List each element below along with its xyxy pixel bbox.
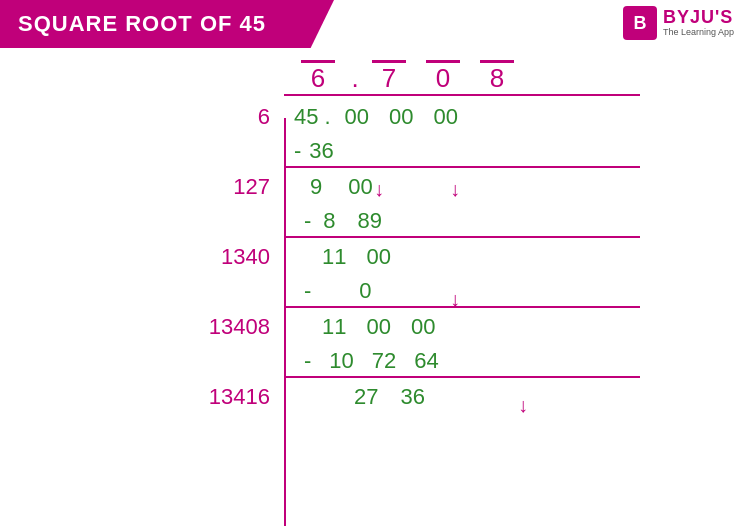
brand-tagline: The Learning App xyxy=(663,28,734,38)
sub-row-2: - 8 89 xyxy=(110,206,640,236)
sub-row-4: - 10 72 64 xyxy=(110,346,640,376)
header-bar: SQUARE ROOT OF 45 xyxy=(0,0,334,48)
right-content-3: 11 00 xyxy=(284,244,391,270)
result-dot: . xyxy=(351,63,358,93)
arrow-3: ↓ xyxy=(450,288,460,311)
result-digit-7: 7 xyxy=(382,63,396,93)
sub-row-1: - 36 xyxy=(110,136,640,166)
page-title: SQUARE ROOT OF 45 xyxy=(18,11,266,37)
logo-area: B BYJU'S The Learning App xyxy=(623,6,734,40)
result-digit-6: 6 xyxy=(311,63,325,93)
left-num-1340: 1340 xyxy=(110,244,284,270)
left-num-6: 6 xyxy=(110,104,284,130)
calc-row-3: 1340 11 00 xyxy=(110,238,640,276)
vertical-divider xyxy=(284,118,286,526)
result-digit-8: 8 xyxy=(490,63,504,93)
left-num-13416: 13416 xyxy=(110,384,284,410)
arrow-4: ↓ xyxy=(518,394,528,417)
sub-row-3: - 0 xyxy=(110,276,640,306)
calc-row-1: 6 45 . 00 00 00 xyxy=(110,98,640,136)
right-content-2: 9 00 xyxy=(284,174,373,200)
arrow-1: ↓ xyxy=(374,178,384,201)
calc-row-5: 13416 27 36 xyxy=(110,378,640,416)
left-num-13408: 13408 xyxy=(110,314,284,340)
result-row: 6 . 7 0 8 xyxy=(110,60,640,94)
result-digit-0: 0 xyxy=(436,63,450,93)
right-content-5: 27 36 xyxy=(284,384,425,410)
logo-icon: B xyxy=(623,6,657,40)
top-hline xyxy=(284,94,640,96)
right-content-4: 11 00 00 xyxy=(284,314,435,340)
left-num-127: 127 xyxy=(110,174,284,200)
logo-text: BYJU'S The Learning App xyxy=(663,8,734,38)
brand-name: BYJU'S xyxy=(663,8,734,28)
right-content-1: 45 . 00 00 00 xyxy=(284,104,458,130)
calc-row-4: 13408 11 00 00 xyxy=(110,308,640,346)
arrow-2: ↓ xyxy=(450,178,460,201)
